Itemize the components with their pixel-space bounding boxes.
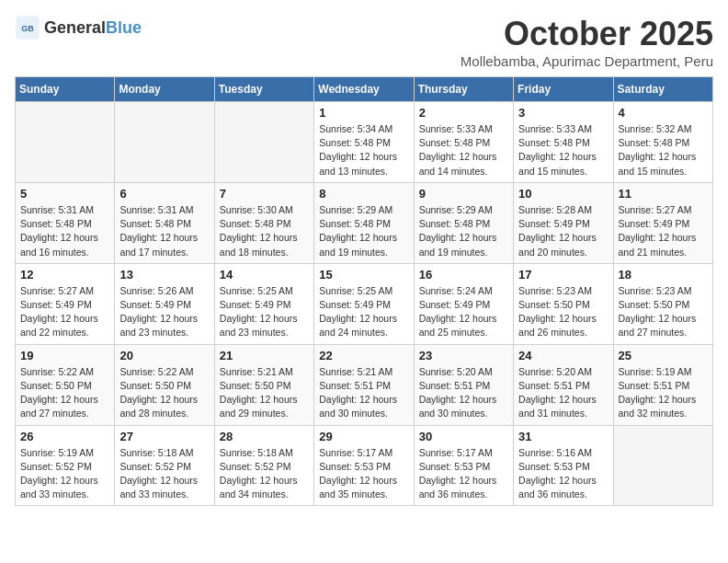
weekday-header-friday: Friday <box>514 77 613 102</box>
calendar-cell: 9Sunrise: 5:29 AM Sunset: 5:48 PM Daylig… <box>414 182 513 263</box>
day-number: 20 <box>119 349 209 362</box>
day-number: 18 <box>619 268 708 282</box>
day-info: Sunrise: 5:18 AM Sunset: 5:52 PM Dayligh… <box>119 446 209 502</box>
day-number: 12 <box>20 268 109 282</box>
calendar-cell: 17Sunrise: 5:23 AM Sunset: 5:50 PM Dayli… <box>514 263 613 344</box>
calendar-cell: 4Sunrise: 5:32 AM Sunset: 5:48 PM Daylig… <box>613 102 712 183</box>
calendar-cell: 18Sunrise: 5:23 AM Sunset: 5:50 PM Dayli… <box>613 263 712 344</box>
calendar-cell: 15Sunrise: 5:25 AM Sunset: 5:49 PM Dayli… <box>314 263 414 344</box>
day-number: 16 <box>419 268 508 282</box>
day-info: Sunrise: 5:21 AM Sunset: 5:51 PM Dayligh… <box>319 365 408 421</box>
day-number: 9 <box>419 187 508 201</box>
day-number: 4 <box>619 106 708 120</box>
calendar-cell: 19Sunrise: 5:22 AM Sunset: 5:50 PM Dayli… <box>16 344 115 425</box>
calendar-week-row: 5Sunrise: 5:31 AM Sunset: 5:48 PM Daylig… <box>16 182 713 263</box>
calendar-cell: 26Sunrise: 5:19 AM Sunset: 5:52 PM Dayli… <box>16 425 115 506</box>
day-info: Sunrise: 5:31 AM Sunset: 5:48 PM Dayligh… <box>20 203 109 259</box>
page-header: GB GeneralBlue October 2025 Mollebamba, … <box>15 15 713 69</box>
day-number: 2 <box>419 106 508 120</box>
day-info: Sunrise: 5:21 AM Sunset: 5:50 PM Dayligh… <box>220 365 309 421</box>
calendar-cell: 27Sunrise: 5:18 AM Sunset: 5:52 PM Dayli… <box>115 425 214 506</box>
weekday-header-row: SundayMondayTuesdayWednesdayThursdayFrid… <box>16 77 713 102</box>
day-info: Sunrise: 5:23 AM Sunset: 5:50 PM Dayligh… <box>518 284 608 340</box>
calendar-cell: 1Sunrise: 5:34 AM Sunset: 5:48 PM Daylig… <box>314 102 414 183</box>
calendar-week-row: 26Sunrise: 5:19 AM Sunset: 5:52 PM Dayli… <box>16 425 713 506</box>
weekday-header-monday: Monday <box>115 77 214 102</box>
day-info: Sunrise: 5:25 AM Sunset: 5:49 PM Dayligh… <box>319 284 408 340</box>
weekday-header-saturday: Saturday <box>613 77 712 102</box>
day-info: Sunrise: 5:27 AM Sunset: 5:49 PM Dayligh… <box>619 203 708 259</box>
day-info: Sunrise: 5:18 AM Sunset: 5:52 PM Dayligh… <box>220 446 309 502</box>
day-info: Sunrise: 5:29 AM Sunset: 5:48 PM Dayligh… <box>319 203 408 259</box>
month-title: October 2025 <box>461 15 713 53</box>
calendar-cell: 20Sunrise: 5:22 AM Sunset: 5:50 PM Dayli… <box>115 344 214 425</box>
day-info: Sunrise: 5:17 AM Sunset: 5:53 PM Dayligh… <box>419 446 508 502</box>
day-number: 3 <box>518 106 608 120</box>
day-info: Sunrise: 5:24 AM Sunset: 5:49 PM Dayligh… <box>419 284 508 340</box>
calendar-cell: 23Sunrise: 5:20 AM Sunset: 5:51 PM Dayli… <box>414 344 513 425</box>
day-info: Sunrise: 5:32 AM Sunset: 5:48 PM Dayligh… <box>619 122 708 178</box>
calendar-cell: 16Sunrise: 5:24 AM Sunset: 5:49 PM Dayli… <box>414 263 513 344</box>
calendar-cell: 25Sunrise: 5:19 AM Sunset: 5:51 PM Dayli… <box>613 344 712 425</box>
calendar-cell <box>214 102 313 183</box>
calendar-cell: 14Sunrise: 5:25 AM Sunset: 5:49 PM Dayli… <box>214 263 313 344</box>
day-info: Sunrise: 5:23 AM Sunset: 5:50 PM Dayligh… <box>619 284 708 340</box>
day-info: Sunrise: 5:29 AM Sunset: 5:48 PM Dayligh… <box>419 203 508 259</box>
day-number: 13 <box>119 268 209 282</box>
day-number: 24 <box>518 349 608 362</box>
day-info: Sunrise: 5:27 AM Sunset: 5:49 PM Dayligh… <box>20 284 109 340</box>
day-number: 21 <box>220 349 309 362</box>
day-number: 22 <box>319 349 408 362</box>
day-info: Sunrise: 5:26 AM Sunset: 5:49 PM Dayligh… <box>119 284 209 340</box>
day-number: 29 <box>319 430 408 443</box>
day-number: 10 <box>518 187 608 201</box>
calendar-cell: 12Sunrise: 5:27 AM Sunset: 5:49 PM Dayli… <box>16 263 115 344</box>
day-info: Sunrise: 5:17 AM Sunset: 5:53 PM Dayligh… <box>319 446 408 502</box>
calendar-week-row: 19Sunrise: 5:22 AM Sunset: 5:50 PM Dayli… <box>16 344 713 425</box>
day-number: 1 <box>319 106 408 120</box>
logo-general-text: General <box>44 18 106 37</box>
day-info: Sunrise: 5:20 AM Sunset: 5:51 PM Dayligh… <box>419 365 508 421</box>
calendar-week-row: 1Sunrise: 5:34 AM Sunset: 5:48 PM Daylig… <box>16 102 713 183</box>
calendar-cell: 31Sunrise: 5:16 AM Sunset: 5:53 PM Dayli… <box>514 425 613 506</box>
calendar-cell: 5Sunrise: 5:31 AM Sunset: 5:48 PM Daylig… <box>16 182 115 263</box>
logo-icon: GB <box>15 15 40 40</box>
day-number: 17 <box>518 268 608 282</box>
day-number: 26 <box>20 430 109 443</box>
calendar-table: SundayMondayTuesdayWednesdayThursdayFrid… <box>15 76 713 506</box>
weekday-header-sunday: Sunday <box>16 77 115 102</box>
calendar-cell: 7Sunrise: 5:30 AM Sunset: 5:48 PM Daylig… <box>214 182 313 263</box>
day-info: Sunrise: 5:28 AM Sunset: 5:49 PM Dayligh… <box>518 203 608 259</box>
day-info: Sunrise: 5:22 AM Sunset: 5:50 PM Dayligh… <box>119 365 209 421</box>
calendar-cell: 29Sunrise: 5:17 AM Sunset: 5:53 PM Dayli… <box>314 425 414 506</box>
day-number: 27 <box>119 430 209 443</box>
calendar-cell: 2Sunrise: 5:33 AM Sunset: 5:48 PM Daylig… <box>414 102 513 183</box>
weekday-header-wednesday: Wednesday <box>314 77 414 102</box>
day-info: Sunrise: 5:22 AM Sunset: 5:50 PM Dayligh… <box>20 365 109 421</box>
title-area: October 2025 Mollebamba, Apurimac Depart… <box>461 15 713 69</box>
day-number: 5 <box>20 187 109 201</box>
location-title: Mollebamba, Apurimac Department, Peru <box>461 53 713 69</box>
calendar-cell: 3Sunrise: 5:33 AM Sunset: 5:48 PM Daylig… <box>514 102 613 183</box>
day-number: 30 <box>419 430 508 443</box>
day-info: Sunrise: 5:19 AM Sunset: 5:51 PM Dayligh… <box>619 365 708 421</box>
day-info: Sunrise: 5:19 AM Sunset: 5:52 PM Dayligh… <box>20 446 109 502</box>
day-number: 8 <box>319 187 408 201</box>
day-info: Sunrise: 5:16 AM Sunset: 5:53 PM Dayligh… <box>518 446 608 502</box>
day-number: 15 <box>319 268 408 282</box>
day-number: 7 <box>220 187 309 201</box>
day-info: Sunrise: 5:20 AM Sunset: 5:51 PM Dayligh… <box>518 365 608 421</box>
day-number: 23 <box>419 349 508 362</box>
day-info: Sunrise: 5:31 AM Sunset: 5:48 PM Dayligh… <box>119 203 209 259</box>
weekday-header-tuesday: Tuesday <box>214 77 313 102</box>
svg-text:GB: GB <box>21 24 34 33</box>
calendar-cell: 13Sunrise: 5:26 AM Sunset: 5:49 PM Dayli… <box>115 263 214 344</box>
day-info: Sunrise: 5:30 AM Sunset: 5:48 PM Dayligh… <box>220 203 309 259</box>
day-number: 6 <box>119 187 209 201</box>
calendar-cell: 24Sunrise: 5:20 AM Sunset: 5:51 PM Dayli… <box>514 344 613 425</box>
calendar-cell: 8Sunrise: 5:29 AM Sunset: 5:48 PM Daylig… <box>314 182 414 263</box>
logo-blue-text: Blue <box>106 18 142 37</box>
day-number: 14 <box>220 268 309 282</box>
calendar-cell: 6Sunrise: 5:31 AM Sunset: 5:48 PM Daylig… <box>115 182 214 263</box>
day-info: Sunrise: 5:25 AM Sunset: 5:49 PM Dayligh… <box>220 284 309 340</box>
